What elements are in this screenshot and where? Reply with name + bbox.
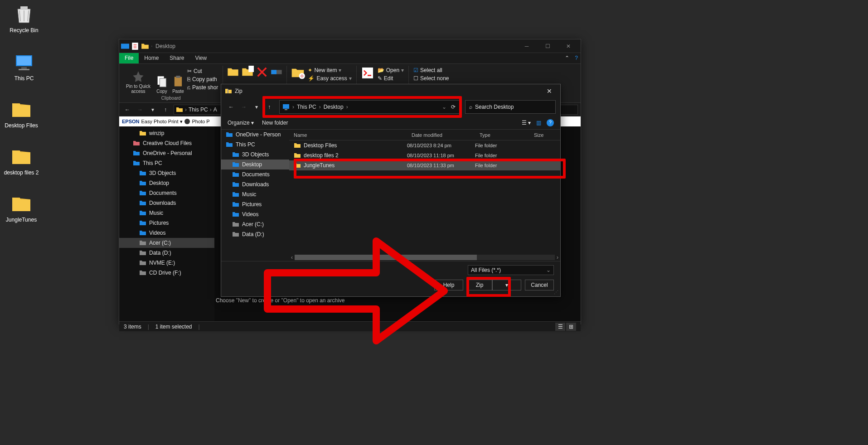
refresh-button[interactable]: ⟳ xyxy=(451,104,456,110)
tree-item[interactable]: This PC xyxy=(221,140,289,150)
scroll-right[interactable]: › xyxy=(557,254,558,261)
col-type[interactable]: Type xyxy=(475,132,529,138)
desktop-desktop-files-2[interactable]: desktop files 2 xyxy=(1,146,42,176)
tree-item[interactable]: winzip xyxy=(119,128,214,138)
view-thumbs-button[interactable]: ⊞ xyxy=(566,323,576,331)
select-none-button[interactable]: ☐Select none xyxy=(412,75,450,82)
help-button[interactable]: Help xyxy=(434,280,463,290)
edit-button[interactable]: ✎Edit xyxy=(377,75,405,82)
file-filter[interactable]: All Files (*.*)⌄ xyxy=(468,265,554,275)
tree-item[interactable]: 3D Objects xyxy=(221,150,289,160)
select-all-button[interactable]: ☑Select all xyxy=(412,67,450,74)
tree-item[interactable]: OneDrive - Person xyxy=(221,130,289,140)
view-details-button[interactable]: ☰ xyxy=(555,323,565,331)
col-name[interactable]: Name xyxy=(289,132,407,138)
copy-button[interactable]: Copy xyxy=(154,66,170,95)
zip-recent-button[interactable]: ▾ xyxy=(251,102,262,112)
col-modified[interactable]: Date modified xyxy=(407,132,475,138)
paste-button[interactable]: Paste xyxy=(170,66,186,95)
desktop-jungletunes[interactable]: JungleTunes xyxy=(1,193,42,223)
copyto-icon[interactable] xyxy=(241,66,254,78)
scroll-left[interactable]: ‹ xyxy=(291,254,293,261)
recent-button[interactable]: ▾ xyxy=(147,104,158,115)
file-row[interactable]: Desktop FIles08/10/2023 8:24 pmFile fold… xyxy=(289,140,560,150)
open-button[interactable]: 📂Open ▾ xyxy=(377,67,405,74)
tree-item[interactable]: Downloads xyxy=(119,198,214,208)
tree-item[interactable]: NVME (E:) xyxy=(119,258,214,268)
cut-button[interactable]: ✂Cut xyxy=(186,68,219,75)
address-dropdown[interactable]: ⌄ xyxy=(442,104,446,110)
desktop-recycle-bin[interactable]: Recycle Bin xyxy=(4,4,44,34)
tree-item[interactable]: Acer (C:) xyxy=(221,219,289,229)
file-row[interactable]: JungleTunes08/10/2023 11:33 pmFile folde… xyxy=(289,160,560,170)
zip-address-bar[interactable]: › This PC › Desktop › ⌄ ⟳ xyxy=(279,100,461,114)
forward-button[interactable]: → xyxy=(135,104,145,115)
tree-item[interactable]: OneDrive - Personal xyxy=(119,148,214,158)
hscrollbar[interactable] xyxy=(295,255,555,260)
paste-shortcut-button[interactable]: ⎌Paste shor xyxy=(186,84,219,91)
zip-close-button[interactable]: ✕ xyxy=(542,87,557,95)
close-button[interactable]: ✕ xyxy=(558,40,579,53)
copy-path-button[interactable]: ⎘Copy path xyxy=(186,76,219,83)
tree-item[interactable]: Data (D:) xyxy=(119,248,214,258)
properties-icon[interactable] xyxy=(360,66,375,80)
zip-help-icon[interactable]: ? xyxy=(547,119,554,126)
tab-home[interactable]: Home xyxy=(139,53,164,63)
tab-view[interactable]: View xyxy=(189,53,212,63)
ribbon-collapse[interactable]: ⌃ xyxy=(562,53,572,63)
newfolder-icon[interactable] xyxy=(291,66,305,80)
up-button[interactable]: ↑ xyxy=(160,104,171,115)
tree-item[interactable]: Pictures xyxy=(221,199,289,209)
tree-item[interactable]: Videos xyxy=(221,209,289,219)
tree-item[interactable]: Desktop xyxy=(221,160,289,169)
minimize-button[interactable]: ─ xyxy=(516,40,537,53)
title-bar[interactable]: ‧ Desktop ─ ☐ ✕ xyxy=(119,39,581,53)
crumb-thispc[interactable]: This PC xyxy=(189,106,208,113)
rename-icon[interactable] xyxy=(270,66,283,78)
tree-item[interactable]: 3D Objects xyxy=(119,168,214,178)
preview-pane-button[interactable]: ▥ xyxy=(536,120,541,126)
resize-grip[interactable]: ⋰ xyxy=(554,290,558,295)
delete-icon[interactable] xyxy=(256,66,268,78)
zip-search[interactable]: ⌕ Search Desktop xyxy=(465,100,556,114)
col-size[interactable]: Size xyxy=(529,132,557,138)
view-mode-button[interactable]: ☰ ▾ xyxy=(522,120,531,126)
tree-item[interactable]: Acer (C:) xyxy=(119,238,214,248)
tree-item[interactable]: Music xyxy=(221,189,289,199)
tree-item[interactable]: Videos xyxy=(119,228,214,238)
tree-item[interactable]: Pictures xyxy=(119,218,214,228)
zip-button[interactable]: Zip xyxy=(467,280,492,290)
tab-file[interactable]: File xyxy=(119,53,139,63)
zip-nav-tree[interactable]: OneDrive - PersonThis PC3D ObjectsDeskto… xyxy=(221,130,289,261)
tree-item[interactable]: Desktop xyxy=(119,178,214,188)
tree-item[interactable]: Data (D:) xyxy=(221,229,289,239)
zip-up-button[interactable]: ↑ xyxy=(264,102,275,112)
new-item-button[interactable]: ✦New item ▾ xyxy=(307,67,352,74)
nav-tree[interactable]: winzipCreative Cloud FilesOneDrive - Per… xyxy=(119,126,214,321)
back-button[interactable]: ← xyxy=(122,104,133,115)
tree-item[interactable]: Documents xyxy=(221,169,289,179)
file-row[interactable]: desktop files 208/10/2023 11:18 pmFile f… xyxy=(289,150,560,160)
zip-back-button[interactable]: ← xyxy=(226,102,237,112)
tab-share[interactable]: Share xyxy=(164,53,189,63)
moveto-icon[interactable] xyxy=(227,66,239,78)
organize-button[interactable]: Organize ▾ xyxy=(228,120,254,126)
zip-forward-button[interactable]: → xyxy=(238,102,249,112)
tree-item[interactable]: Music xyxy=(119,208,214,218)
new-folder-button[interactable]: New folder xyxy=(262,120,288,126)
zip-crumb-thispc[interactable]: This PC xyxy=(297,104,316,110)
desktop-this-pc[interactable]: This PC xyxy=(4,52,44,82)
zip-crumb-desktop[interactable]: Desktop xyxy=(324,104,344,110)
desktop-desktop-files[interactable]: Desktop FIles xyxy=(1,99,42,129)
tree-item[interactable]: Downloads xyxy=(221,179,289,189)
help-icon[interactable]: ? xyxy=(572,53,581,63)
zip-split-button[interactable]: ▾ xyxy=(492,280,521,290)
tree-item[interactable]: This PC xyxy=(119,158,214,168)
crumb-leaf[interactable]: A xyxy=(213,106,217,113)
tree-item[interactable]: Creative Cloud Files xyxy=(119,138,214,148)
zip-title-bar[interactable]: Zip ✕ xyxy=(221,84,560,98)
tree-item[interactable]: CD Drive (F:) xyxy=(119,268,214,278)
tree-item[interactable]: Documents xyxy=(119,188,214,198)
cancel-button[interactable]: Cancel xyxy=(525,280,554,290)
maximize-button[interactable]: ☐ xyxy=(537,40,558,53)
